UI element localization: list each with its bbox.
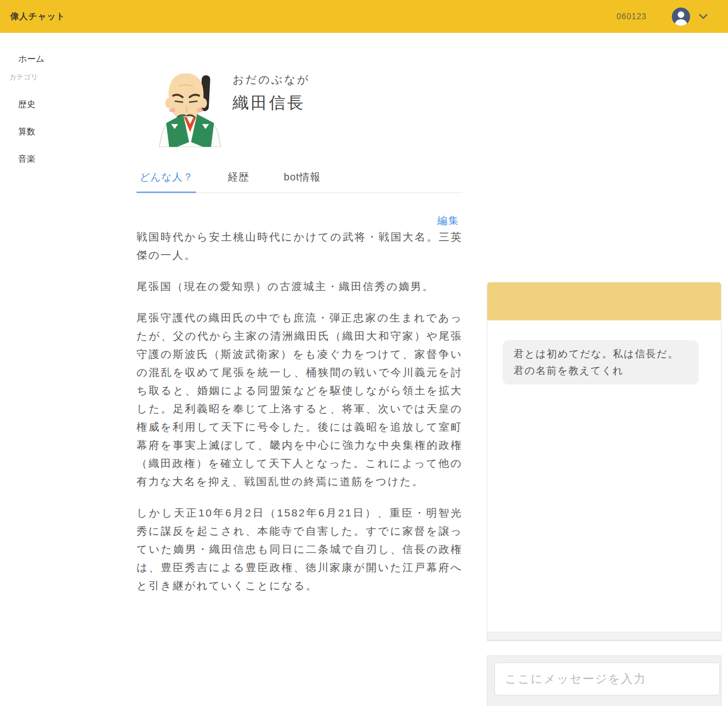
sidebar-item-history[interactable]: 歴史 <box>18 99 126 110</box>
user-id: 060123 <box>617 12 647 21</box>
character-furigana: おだのぶなが <box>233 72 310 87</box>
header-right: 060123 <box>617 8 708 26</box>
tab-profile[interactable]: どんな人？ <box>136 170 196 193</box>
sidebar-item-home[interactable]: ホーム <box>18 53 126 65</box>
tab-bar: どんな人？ 経歴 bot情報 <box>136 170 463 193</box>
edit-link[interactable]: 編集 <box>437 214 460 227</box>
sidebar-item-math[interactable]: 算数 <box>18 126 126 137</box>
profile-main: おだのぶなが 織田信長 どんな人？ 経歴 bot情報 編集 戦国時代から安土桃山… <box>136 33 463 706</box>
app-title: 偉人チャット <box>10 11 66 22</box>
profile-description: 戦国時代から安土桃山時代にかけての武将・戦国大名。三英傑の一人。 尾張国（現在の… <box>136 228 463 608</box>
sidebar-item-music[interactable]: 音楽 <box>18 153 126 165</box>
chat-header <box>487 283 721 320</box>
person-icon <box>672 19 690 26</box>
bot-message-bubble: 君とは初めてだな。私は信長だ。君の名前を教えてくれ <box>503 340 699 385</box>
description-paragraph: 尾張守護代の織田氏の中でも庶流・弾正忠家の生まれであったが、父の代から主家の清洲… <box>136 309 463 491</box>
description-paragraph: しかし天正10年6月2日（1582年6月21日）、重臣・明智光秀に謀反を起こされ… <box>136 504 463 595</box>
chat-panel: 君とは初めてだな。私は信長だ。君の名前を教えてくれ <box>487 282 721 641</box>
description-paragraph: 戦国時代から安土桃山時代にかけての武将・戦国大名。三英傑の一人。 <box>136 228 463 264</box>
character-name: 織田信長 <box>233 92 310 114</box>
app-header: 偉人チャット 060123 <box>0 0 728 33</box>
character-name-block: おだのぶなが 織田信長 <box>233 72 310 114</box>
sidebar: ホーム カテゴリ 歴史 算数 音楽 <box>0 33 126 165</box>
description-paragraph: 尾張国（現在の愛知県）の古渡城主・織田信秀の嫡男。 <box>136 277 463 296</box>
page: 偉人チャット 060123 ホーム カテゴリ 歴史 <box>0 0 728 706</box>
nobunaga-illustration <box>155 67 225 147</box>
sidebar-category-label: カテゴリ <box>9 73 126 82</box>
user-avatar-button[interactable] <box>672 8 690 26</box>
message-input[interactable] <box>494 663 720 695</box>
tab-career[interactable]: 経歴 <box>225 170 252 192</box>
chat-messages-area: 君とは初めてだな。私は信長だ。君の名前を教えてくれ <box>487 320 721 632</box>
chat-input-bar <box>487 655 721 706</box>
chevron-down-icon[interactable] <box>699 14 708 20</box>
tab-bot-info[interactable]: bot情報 <box>281 170 324 192</box>
chat-horizontal-scrollbar[interactable] <box>487 632 721 640</box>
